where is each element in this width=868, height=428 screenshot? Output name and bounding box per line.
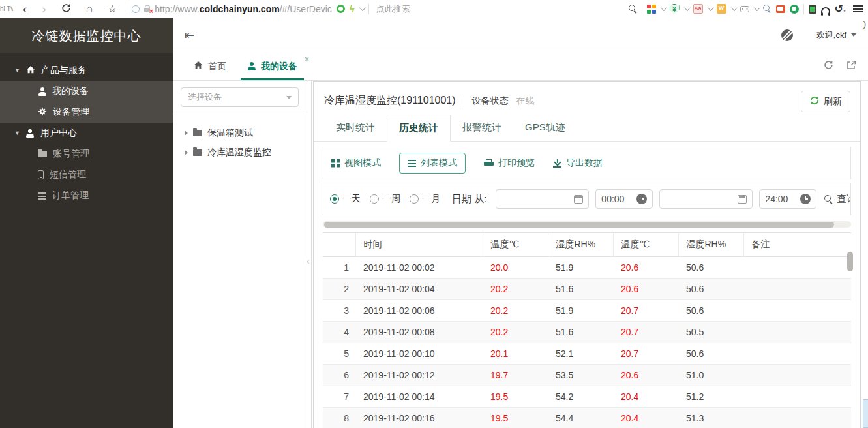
headset-icon[interactable] (821, 7, 830, 13)
radio-one-day-control[interactable] (330, 194, 339, 204)
zoom-icon[interactable] (763, 5, 771, 13)
pinwheel-icon[interactable] (337, 5, 345, 13)
lightning-icon[interactable]: ϟ (350, 4, 355, 14)
tab-history-stats[interactable]: 历史统计 (387, 115, 451, 142)
tree-node-cold-storage-monitor[interactable]: 冷库温湿度监控 (185, 143, 307, 162)
home-icon[interactable]: ⌂ (81, 3, 98, 14)
close-icon[interactable]: × (305, 55, 309, 64)
page-tab-bar: 首页我的设备× (173, 52, 868, 81)
chevron-down-icon[interactable] (708, 5, 714, 11)
chevron-down-icon[interactable] (359, 5, 366, 11)
sidebar-group-user-center[interactable]: ▼用户中心 (0, 123, 173, 144)
radio-one-week-control[interactable] (370, 194, 379, 204)
wallet-icon[interactable]: W (717, 4, 726, 14)
battery-icon[interactable] (809, 5, 816, 14)
view-mode-button[interactable]: 视图模式 (331, 153, 381, 173)
shield-icon[interactable]: ¥ (670, 4, 680, 14)
forward-icon[interactable]: › (37, 3, 51, 15)
horizontal-scrollbar-thumb[interactable] (324, 222, 834, 228)
cell-col-6 (743, 257, 851, 279)
gamepad-icon[interactable] (740, 6, 749, 12)
sidebar-item-account-management[interactable]: 账号管理 (0, 144, 173, 164)
panel-splitter[interactable]: ‹ (307, 81, 312, 428)
site-circle-icon[interactable] (132, 5, 140, 13)
refresh-button[interactable]: 刷新 (801, 91, 850, 112)
cell-col-3: 51.9 (548, 300, 613, 322)
sidebar-menu: ▼产品与服务我的设备设备管理▼用户中心账号管理短信管理订单管理 (0, 54, 173, 206)
tv-icon[interactable] (776, 5, 785, 13)
tab-my-devices[interactable]: 我的设备× (237, 52, 308, 80)
refresh-page-icon[interactable] (824, 60, 833, 72)
device-status-value: 在线 (516, 95, 535, 107)
chevron-down-icon[interactable] (661, 5, 667, 11)
side-widget-edge[interactable] (863, 399, 868, 428)
sidebar-item-device-management[interactable]: 设备管理 (0, 102, 173, 123)
divider (464, 95, 464, 107)
time-from-input-value: 00:00 (601, 194, 633, 204)
sidebar-collapse-icon[interactable]: ⇤ (185, 28, 194, 42)
extensions-grid-icon[interactable] (647, 5, 656, 14)
export-data-button[interactable]: 导出数据 (553, 153, 603, 173)
table-row: 62019-11-02 00:1219.753.520.651.0 (323, 365, 851, 386)
list-mode-button[interactable]: 列表模式 (399, 153, 466, 174)
time-from-input[interactable]: 00:00 (595, 189, 653, 209)
cell-col-1: 2019-11-02 00:16 (355, 408, 483, 428)
font-icon[interactable]: Aa (693, 4, 703, 14)
device-tree: 保温箱测试冷库温湿度监控 (173, 114, 307, 162)
date-to-input[interactable] (659, 189, 753, 209)
tab-alarm-stats[interactable]: 报警统计 (451, 115, 513, 141)
search-button[interactable]: 查询 (824, 193, 851, 206)
radio-one-week[interactable]: 一周 (370, 193, 400, 205)
search-icon[interactable] (629, 5, 637, 13)
device-select[interactable]: 选择设备 (181, 87, 299, 107)
date-from-input[interactable] (496, 189, 589, 209)
sidebar-item-label: 订单管理 (52, 190, 89, 202)
cell-col-3: 53.5 (548, 365, 613, 386)
time-to-input[interactable]: 24:00 (759, 189, 816, 209)
table-row: 42019-11-02 00:0820.251.620.750.5 (323, 322, 851, 343)
radio-one-day[interactable]: 一天 (330, 193, 361, 205)
reader-icon[interactable] (790, 5, 799, 14)
tree-node-incubator-test[interactable]: 保温箱测试 (185, 123, 307, 143)
sidebar-item-order-management[interactable]: 订单管理 (0, 185, 173, 206)
collapse-handle-icon[interactable]: ‹ (307, 256, 310, 266)
radio-one-month-control[interactable] (410, 194, 419, 204)
caret-right-icon (185, 130, 188, 136)
chevron-down-icon[interactable] (684, 5, 691, 11)
url-field[interactable]: http://www.coldchainyun.com/#/UserDevic (155, 4, 332, 14)
cell-col-5: 50.5 (678, 322, 743, 343)
menu-icon[interactable] (853, 5, 863, 12)
search-hint[interactable]: 点此搜索 (376, 3, 410, 15)
divider (127, 4, 127, 14)
row-index: 5 (323, 343, 355, 365)
chevron-down-icon[interactable] (731, 5, 738, 11)
sidebar-item-sms-management[interactable]: 短信管理 (0, 164, 173, 185)
print-preview-button[interactable]: 打印预览 (484, 153, 535, 173)
user-icon (26, 129, 35, 138)
external-link-icon[interactable] (846, 60, 856, 72)
sidebar-item-label: 账号管理 (53, 148, 89, 160)
chevron-down-icon[interactable] (754, 5, 760, 11)
tab-realtime-stats[interactable]: 实时统计 (324, 115, 387, 141)
tab-gps-track[interactable]: GPS轨迹 (513, 115, 577, 141)
cell-col-5: 50.6 (678, 257, 743, 279)
list-icon (38, 192, 46, 200)
refresh-icon[interactable] (56, 3, 76, 15)
slashed-circle-icon[interactable] (781, 29, 793, 41)
radio-one-week-label: 一周 (382, 193, 400, 205)
tab-home[interactable]: 首页 (183, 52, 237, 80)
user-menu[interactable]: 欢迎,ckf (816, 29, 856, 41)
search-icon (824, 195, 833, 204)
undo-icon[interactable]: ↺▾ (835, 3, 846, 15)
sidebar-item-my-devices[interactable]: 我的设备 (0, 81, 173, 102)
sidebar-group-products-and-services[interactable]: ▼产品与服务 (0, 60, 173, 81)
vertical-scrollbar-thumb[interactable] (847, 252, 853, 271)
star-icon[interactable]: ☆ (102, 4, 122, 14)
broken-lock-icon[interactable] (144, 8, 150, 12)
radio-one-month[interactable]: 一月 (410, 193, 440, 205)
col-header-0 (323, 233, 355, 257)
back-icon[interactable]: ‹ (18, 3, 32, 15)
folder-icon (193, 130, 202, 136)
filter-bar: 一天一周一月日期 从:00:0024:00查询 (323, 183, 851, 215)
col-header-4: 温度℃ (613, 233, 678, 257)
